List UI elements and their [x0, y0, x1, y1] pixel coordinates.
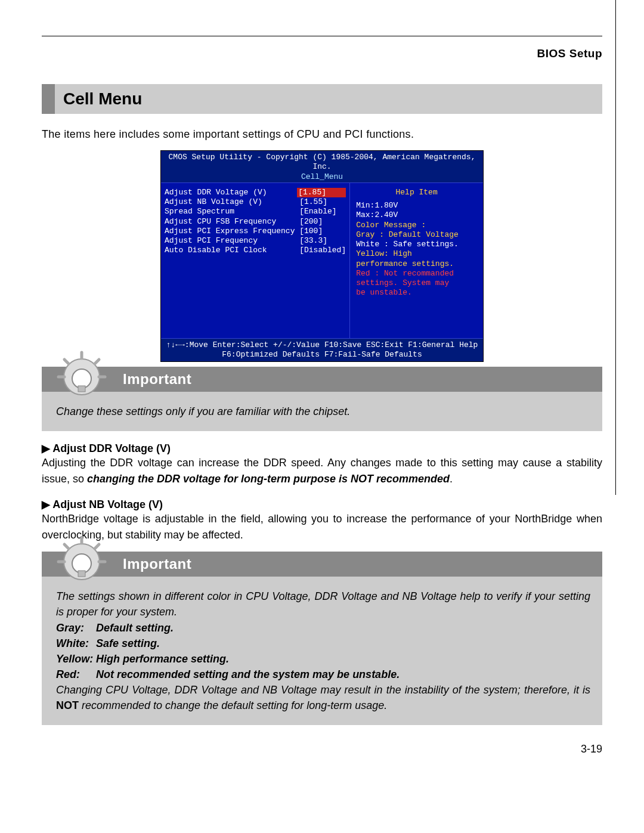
help-min: Min:1.80V — [356, 201, 477, 210]
svg-rect-2 — [78, 386, 85, 392]
intro-text: The items here includes some important s… — [42, 128, 602, 141]
color-gray-row: Gray: Default setting. — [56, 620, 590, 636]
section-bar: Cell Menu — [42, 84, 602, 114]
help-max: Max:2.40V — [356, 210, 477, 220]
bios-row: Auto Disable PCI Clock[Disabled] — [165, 246, 346, 255]
manual-page: BIOS Setup Cell Menu The items here incl… — [0, 0, 644, 779]
setting-nb-body: NorthBridge voltage is adjustable in the… — [42, 511, 602, 543]
setting-nb-title: ▶ Adjust NB Voltage (V) — [42, 498, 602, 511]
bios-row: Adjust NB Voltage (V)[1.55] — [165, 197, 346, 207]
right-divider — [615, 0, 616, 495]
important-box-2: Important The settings shown in differen… — [42, 552, 602, 725]
help-title: Help Item — [356, 188, 477, 197]
svg-line-13 — [95, 544, 99, 549]
help-red3: be unstable. — [356, 288, 477, 298]
important-label: Important — [42, 552, 602, 577]
help-white: White : Safe settings. — [356, 240, 477, 249]
svg-point-1 — [72, 369, 91, 388]
bulb-icon — [55, 350, 109, 404]
important-box-1: Important Change these settings only if … — [42, 367, 602, 431]
important2-p2: Changing CPU Voltage, DDR Voltage and NB… — [56, 682, 590, 713]
setting-ddr-title: ▶ Adjust DDR Voltage (V) — [42, 442, 602, 455]
svg-point-9 — [72, 554, 91, 573]
bios-titlebar: CMOS Setup Utility - Copyright (C) 1985-… — [161, 151, 483, 182]
bios-help-pane: Help Item Min:1.80V Max:2.40V Color Mess… — [350, 183, 483, 338]
bios-row: Adjust CPU FSB Frequency[200] — [165, 217, 346, 227]
bios-menu-title: Cell_Menu — [163, 172, 481, 182]
important2-p1: The settings shown in different color in… — [56, 589, 590, 620]
important1-text: Change these settings only if you are fa… — [56, 405, 350, 417]
help-red1: Red : Not recommanded — [356, 269, 477, 278]
bios-row: Adjust PCI Express Frequency[100] — [165, 227, 346, 236]
top-rule — [42, 36, 602, 36]
bios-footer2: F6:Optimized Defaults F7:Fail-Safe Defau… — [163, 350, 481, 360]
page-header: BIOS Setup — [42, 47, 602, 60]
help-red2: settings. System may — [356, 278, 477, 288]
page-number: 3-19 — [42, 743, 602, 755]
bios-row: Adjust DDR Voltage (V)[1.85] — [165, 188, 346, 197]
help-yellow2: performance settings. — [356, 259, 477, 269]
important-body: Change these settings only if you are fa… — [42, 392, 602, 431]
help-gray: Gray : Default Voltage — [356, 230, 477, 240]
section-accent — [42, 84, 55, 114]
svg-rect-10 — [78, 571, 85, 577]
important-label: Important — [42, 367, 602, 392]
svg-line-12 — [64, 544, 69, 549]
section-title: Cell Menu — [55, 84, 602, 114]
color-yellow-row: Yellow: High performance setting. — [56, 651, 590, 667]
help-yellow1: Yellow: High — [356, 249, 477, 259]
svg-line-5 — [95, 360, 99, 364]
color-red-row: Red: Not recommended setting and the sys… — [56, 667, 590, 682]
help-colormsg: Color Message : — [356, 221, 477, 230]
bios-settings-pane: Adjust DDR Voltage (V)[1.85] Adjust NB V… — [161, 183, 350, 338]
bios-footer1: ↑↓←→:Move Enter:Select +/-/:Value F10:Sa… — [163, 340, 481, 350]
bios-footer: ↑↓←→:Move Enter:Select +/-/:Value F10:Sa… — [161, 338, 483, 362]
setting-ddr-body: Adjusting the DDR voltage can increase t… — [42, 455, 602, 487]
bios-screenshot: CMOS Setup Utility - Copyright (C) 1985-… — [160, 150, 484, 362]
bios-utility-title: CMOS Setup Utility - Copyright (C) 1985-… — [163, 153, 481, 172]
bios-row: Spread Spectrum[Enable] — [165, 207, 346, 216]
svg-line-4 — [64, 360, 69, 364]
important-body-2: The settings shown in different color in… — [42, 577, 602, 725]
bios-row: Adjust PCI Frequency[33.3] — [165, 236, 346, 246]
color-white-row: White: Safe setting. — [56, 636, 590, 651]
bulb-icon — [55, 535, 109, 589]
